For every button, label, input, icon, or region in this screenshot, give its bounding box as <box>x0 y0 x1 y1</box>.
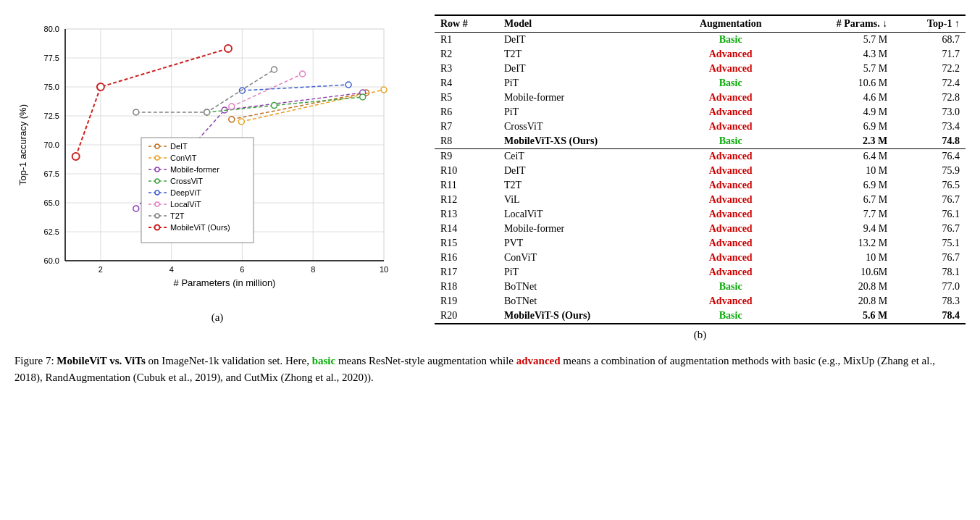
table-row: R12ViLAdvanced6.7 M76.7 <box>435 193 966 207</box>
cell-params: 5.7 M <box>791 62 893 76</box>
cell-aug: Advanced <box>671 105 791 119</box>
cell-top1: 76.7 <box>893 193 966 207</box>
cell-params: 4.9 M <box>791 105 893 119</box>
cell-params: 10.6 M <box>791 76 893 91</box>
table-row: R2T2TAdvanced4.3 M71.7 <box>435 47 966 62</box>
svg-text:4: 4 <box>169 265 174 274</box>
table-row: R20MobileViT-S (Ours)Basic5.6 M78.4 <box>435 309 966 324</box>
table-row: R18BoTNetBasic20.8 M77.0 <box>435 280 966 294</box>
chart-area: 60.0 62.5 65.0 67.5 70.0 72.5 75.0 77.5 … <box>14 14 420 324</box>
svg-text:8: 8 <box>311 265 315 274</box>
svg-point-46 <box>300 71 306 77</box>
cell-aug: Basic <box>671 280 791 294</box>
cell-params: 10 M <box>791 251 893 265</box>
cell-row-num: R1 <box>435 33 498 48</box>
cell-model: PiT <box>498 265 671 280</box>
col-aug: Augmentation <box>671 15 791 33</box>
cell-model: ViL <box>498 193 671 207</box>
cell-row-num: R7 <box>435 119 498 134</box>
cell-top1: 76.5 <box>893 178 966 193</box>
cell-model: BoTNet <box>498 294 671 309</box>
table-row: R17PiTAdvanced10.6M78.1 <box>435 265 966 280</box>
cell-params: 4.6 M <box>791 91 893 105</box>
cell-row-num: R19 <box>435 294 498 309</box>
table-row: R9CeiTAdvanced6.4 M76.4 <box>435 149 966 164</box>
table-row: R19BoTNetAdvanced20.8 M78.3 <box>435 294 966 309</box>
svg-point-36 <box>381 87 387 93</box>
cell-params: 6.9 M <box>791 178 893 193</box>
cell-row-num: R5 <box>435 91 498 105</box>
cell-aug: Advanced <box>671 91 791 105</box>
cell-row-num: R8 <box>435 134 498 149</box>
accuracy-chart: 60.0 62.5 65.0 67.5 70.0 72.5 75.0 77.5 … <box>14 14 406 304</box>
svg-point-42 <box>360 94 366 100</box>
cell-aug: Advanced <box>671 178 791 193</box>
table-row: R1DeITBasic5.7 M68.7 <box>435 33 966 48</box>
cell-params: 6.7 M <box>791 193 893 207</box>
cell-model: Mobile-former <box>498 91 671 105</box>
caption-bold-title: MobileViT vs. ViTs <box>56 355 145 366</box>
cell-top1: 72.2 <box>893 62 966 76</box>
caption-text2: means ResNet-style augmentation while <box>335 355 516 366</box>
cell-row-num: R20 <box>435 309 498 324</box>
cell-aug: Advanced <box>671 265 791 280</box>
svg-point-67 <box>155 190 159 195</box>
cell-model: LocalViT <box>498 207 671 222</box>
cell-aug: Advanced <box>671 236 791 251</box>
cell-aug: Advanced <box>671 294 791 309</box>
table-row: R3DeITAdvanced5.7 M72.2 <box>435 62 966 76</box>
cell-params: 6.4 M <box>791 149 893 164</box>
svg-point-64 <box>155 179 159 183</box>
col-model: Model <box>498 15 671 33</box>
cell-top1: 73.0 <box>893 105 966 119</box>
cell-top1: 72.4 <box>893 76 966 91</box>
caption-figure: Figure 7: <box>14 355 54 366</box>
cell-row-num: R2 <box>435 47 498 62</box>
cell-aug: Basic <box>671 76 791 91</box>
cell-row-num: R17 <box>435 265 498 280</box>
table-row: R13LocalViTAdvanced7.7 M76.1 <box>435 207 966 222</box>
svg-point-55 <box>155 144 159 148</box>
caption: Figure 7: MobileViT vs. ViTs on ImageNet… <box>14 353 963 385</box>
svg-point-35 <box>238 119 244 125</box>
cell-top1: 68.7 <box>893 33 966 48</box>
cell-row-num: R3 <box>435 62 498 76</box>
cell-row-num: R13 <box>435 207 498 222</box>
svg-text:10: 10 <box>380 265 388 274</box>
cell-row-num: R6 <box>435 105 498 119</box>
top-section: 60.0 62.5 65.0 67.5 70.0 72.5 75.0 77.5 … <box>14 14 966 341</box>
svg-point-51 <box>97 83 104 91</box>
cell-params: 2.3 M <box>791 134 893 149</box>
caption-basic: basic <box>312 355 336 366</box>
cell-params: 6.9 M <box>791 119 893 134</box>
svg-text:# Parameters (in million): # Parameters (in million) <box>174 277 276 288</box>
cell-aug: Basic <box>671 134 791 149</box>
svg-text:75.0: 75.0 <box>44 83 59 91</box>
cell-aug: Advanced <box>671 47 791 62</box>
fig-label-b: (b) <box>435 329 966 341</box>
cell-model: DeIT <box>498 33 671 48</box>
col-params: # Params. ↓ <box>791 15 893 33</box>
table-area: Row # Model Augmentation # Params. ↓ Top… <box>435 14 966 341</box>
svg-point-73 <box>155 214 159 218</box>
cell-model: DeIT <box>498 62 671 76</box>
cell-params: 7.7 M <box>791 207 893 222</box>
col-top1: Top-1 ↑ <box>893 15 966 33</box>
cell-params: 5.6 M <box>791 309 893 324</box>
svg-point-58 <box>155 156 159 160</box>
table-row: R15PVTAdvanced13.2 M75.1 <box>435 236 966 251</box>
cell-top1: 75.9 <box>893 164 966 178</box>
cell-aug: Advanced <box>671 251 791 265</box>
cell-top1: 75.1 <box>893 236 966 251</box>
cell-aug: Basic <box>671 309 791 324</box>
cell-aug: Advanced <box>671 149 791 164</box>
svg-point-52 <box>225 45 232 52</box>
cell-model: MobileViT-S (Ours) <box>498 309 671 324</box>
table-row: R4PiTBasic10.6 M72.4 <box>435 76 966 91</box>
svg-text:Mobile-former: Mobile-former <box>170 165 219 174</box>
svg-text:CrossViT: CrossViT <box>170 177 203 185</box>
cell-aug: Advanced <box>671 62 791 76</box>
cell-top1: 73.4 <box>893 119 966 134</box>
cell-params: 10.6M <box>791 265 893 280</box>
svg-text:ConViT: ConViT <box>170 154 197 162</box>
